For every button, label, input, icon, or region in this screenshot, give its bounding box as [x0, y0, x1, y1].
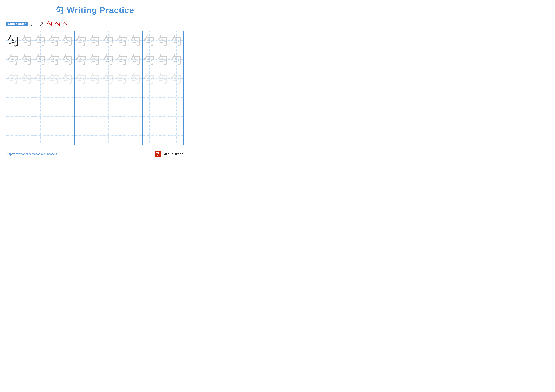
grid-cell[interactable]: [88, 88, 102, 107]
grid-cell[interactable]: [88, 126, 102, 145]
grid-cell[interactable]: [47, 126, 61, 145]
grid-cell[interactable]: [143, 88, 156, 107]
grid-cell[interactable]: [74, 88, 88, 107]
grid-cell[interactable]: 匀: [47, 31, 61, 50]
grid-cell[interactable]: 匀: [143, 50, 156, 69]
grid-cell[interactable]: [115, 88, 129, 107]
grid-cell[interactable]: [115, 126, 129, 145]
grid-cell[interactable]: [170, 126, 183, 145]
grid-cell[interactable]: 匀: [170, 50, 183, 69]
grid-cell[interactable]: [115, 107, 129, 126]
grid-cell[interactable]: 匀: [88, 69, 102, 88]
grid-cell[interactable]: 匀: [74, 50, 88, 69]
grid-cell[interactable]: 匀: [34, 69, 47, 88]
grid-cell[interactable]: [170, 107, 183, 126]
grid-cell[interactable]: 匀: [129, 31, 143, 50]
grid-cell[interactable]: 匀: [102, 31, 115, 50]
char-ghost: 匀: [171, 73, 182, 84]
grid-cell[interactable]: 匀: [61, 50, 74, 69]
grid-cell[interactable]: [156, 88, 170, 107]
char-ghost: 匀: [62, 54, 73, 65]
char-ghost: 匀: [130, 54, 141, 65]
char-ghost: 匀: [35, 35, 46, 46]
grid-cell[interactable]: 匀: [74, 69, 88, 88]
char-ghost: 匀: [89, 54, 101, 65]
grid-cell[interactable]: 匀: [156, 31, 170, 50]
char-ghost: 匀: [89, 35, 101, 46]
grid-cell[interactable]: 匀: [34, 31, 47, 50]
footer-url[interactable]: https://www.strokeorder.com/chinese/匀: [7, 152, 57, 156]
grid-cell[interactable]: 匀: [115, 69, 129, 88]
grid-cell[interactable]: [129, 88, 143, 107]
grid-cell[interactable]: [61, 88, 74, 107]
stroke-step-2: ク: [39, 20, 44, 28]
grid-cell[interactable]: [47, 107, 61, 126]
grid-cell[interactable]: [170, 88, 183, 107]
char-ghost: 匀: [157, 73, 169, 84]
grid-cell[interactable]: [129, 126, 143, 145]
grid-cell[interactable]: [34, 107, 47, 126]
grid-cell[interactable]: 匀: [7, 69, 20, 88]
grid-cell[interactable]: [20, 107, 34, 126]
grid-cell[interactable]: 匀: [47, 50, 61, 69]
grid-cell[interactable]: [74, 107, 88, 126]
grid-cell[interactable]: 匀: [88, 50, 102, 69]
char-ghost: 匀: [35, 73, 46, 84]
grid-cell[interactable]: [7, 107, 20, 126]
grid-cell[interactable]: 匀: [170, 31, 183, 50]
footer-logo: 字 StrokeOrder: [155, 151, 183, 157]
grid-cell[interactable]: [156, 107, 170, 126]
grid-cell[interactable]: [102, 88, 115, 107]
grid-cell[interactable]: [61, 107, 74, 126]
grid-cell[interactable]: [129, 107, 143, 126]
grid-cell[interactable]: [20, 88, 34, 107]
grid-cell[interactable]: 匀: [129, 69, 143, 88]
char-ghost: 匀: [48, 54, 60, 65]
grid-cell[interactable]: 匀: [129, 50, 143, 69]
char-ghost: 匀: [171, 54, 182, 65]
grid-cell[interactable]: [20, 126, 34, 145]
grid-cell[interactable]: [102, 107, 115, 126]
grid-cell[interactable]: 匀: [61, 69, 74, 88]
grid-cell[interactable]: 匀: [156, 69, 170, 88]
grid-cell[interactable]: 匀: [47, 69, 61, 88]
grid-cell[interactable]: 匀: [20, 69, 34, 88]
grid-cell[interactable]: 匀: [102, 50, 115, 69]
grid-cell[interactable]: 匀: [74, 31, 88, 50]
char-ghost: 匀: [48, 73, 60, 84]
grid-cell[interactable]: [61, 126, 74, 145]
grid-cell[interactable]: 匀: [143, 69, 156, 88]
stroke-steps: 丿 ク 匀 匀 匀: [30, 20, 69, 28]
grid-cell[interactable]: [34, 88, 47, 107]
grid-cell[interactable]: [34, 126, 47, 145]
grid-cell[interactable]: [143, 107, 156, 126]
grid-cell[interactable]: 匀: [102, 69, 115, 88]
grid-cell[interactable]: [102, 126, 115, 145]
char-ghost: 匀: [103, 54, 114, 65]
grid-cell[interactable]: [47, 88, 61, 107]
grid-cell[interactable]: 匀: [61, 31, 74, 50]
grid-cell[interactable]: [7, 126, 20, 145]
grid-cell[interactable]: 匀: [7, 50, 20, 69]
grid-cell[interactable]: [156, 126, 170, 145]
char-ghost: 匀: [21, 73, 33, 84]
grid-cell[interactable]: [88, 107, 102, 126]
grid-cell[interactable]: 匀: [156, 50, 170, 69]
char-ghost: 匀: [89, 73, 101, 84]
grid-cell[interactable]: [7, 88, 20, 107]
grid-cell[interactable]: 匀: [7, 31, 20, 50]
grid-cell[interactable]: 匀: [34, 50, 47, 69]
grid-row-5: [7, 107, 183, 126]
stroke-step-4: 匀: [55, 20, 61, 28]
char-ghost: 匀: [144, 73, 155, 84]
char-ghost: 匀: [130, 35, 141, 46]
grid-cell[interactable]: 匀: [143, 31, 156, 50]
grid-cell[interactable]: 匀: [20, 50, 34, 69]
grid-cell[interactable]: 匀: [88, 31, 102, 50]
grid-cell[interactable]: 匀: [170, 69, 183, 88]
grid-cell[interactable]: [74, 126, 88, 145]
grid-cell[interactable]: 匀: [20, 31, 34, 50]
grid-cell[interactable]: 匀: [115, 50, 129, 69]
grid-cell[interactable]: [143, 126, 156, 145]
grid-cell[interactable]: 匀: [115, 31, 129, 50]
